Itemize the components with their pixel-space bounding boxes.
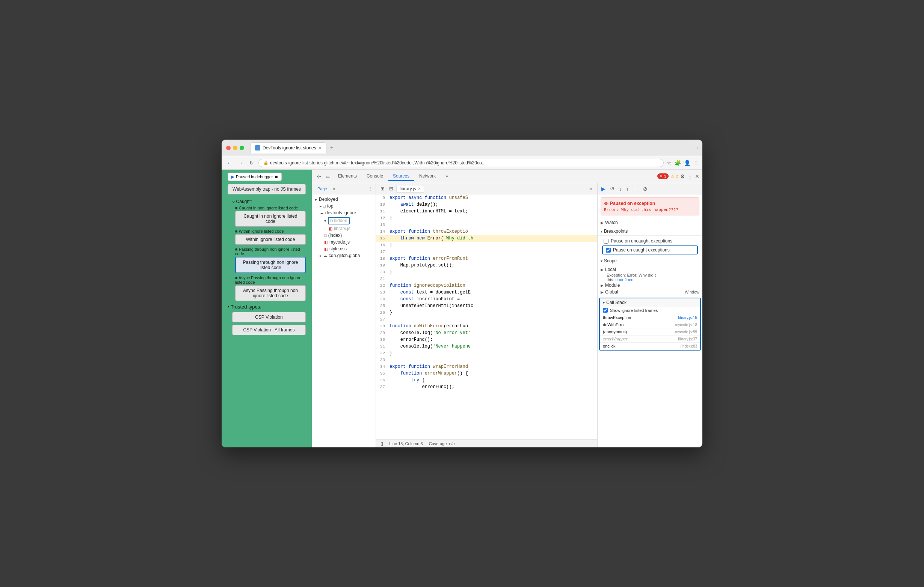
library-js-tab[interactable]: library.js ✕ (396, 185, 424, 192)
bookmark-icon[interactable]: ☆ (667, 160, 672, 166)
paused-badge: ▶ Paused in debugger ⏺ (228, 173, 282, 181)
tree-item-top[interactable]: ▸ □ top (317, 203, 376, 209)
call-stack-item-0[interactable]: throwException library.js:15 (600, 314, 700, 321)
sidebar-toggle-icon[interactable]: ⊞ (379, 185, 386, 192)
tab-elements[interactable]: Elements (333, 172, 361, 181)
sources-tree: ▸ Deployed ▸ □ top ☁ devtools-ignore ▾ (312, 194, 376, 447)
scope-section-header[interactable]: ▾ Scope (597, 257, 702, 265)
breakpoints-section-header[interactable]: ▾ Breakpoints (597, 227, 702, 236)
tree-item-cdn[interactable]: ▸ ☁ cdn.glitch.globa (317, 252, 376, 259)
forward-button[interactable]: → (237, 159, 245, 167)
maximize-button[interactable] (240, 146, 244, 150)
tab-console[interactable]: Console (362, 172, 388, 181)
tree-item-index[interactable]: □ (index) (321, 232, 376, 239)
sources-tabs: Page » ⋮ (312, 183, 376, 194)
sources-more-tab[interactable]: » (331, 186, 338, 192)
device-icon[interactable]: ▭ (324, 172, 332, 181)
title-bar: DevTools ignore list stories ✕ + › (222, 140, 702, 156)
uncaught-exceptions-checkbox[interactable] (604, 239, 609, 243)
inspect-icon[interactable]: ⊹ (315, 172, 323, 181)
tree-item-hidden[interactable]: ▾ □ hidden (321, 216, 376, 225)
uncaught-exceptions-row[interactable]: Pause on uncaught exceptions (601, 237, 700, 245)
watch-section-header[interactable]: ▶ Watch (597, 219, 702, 227)
error-badge: ✕ 1 (657, 173, 668, 179)
call-stack-item-1[interactable]: doWithError mycode.js:18 (600, 321, 700, 329)
browser-toolbar: ☆ 🧩 👤 ⋮ (667, 160, 699, 166)
new-tab-button[interactable]: + (328, 144, 336, 152)
tree-item-library-js[interactable]: ◧ library.js (326, 225, 376, 232)
warning-badge: ⚠ 2 (671, 174, 678, 179)
extensions-icon[interactable]: 🧩 (675, 160, 681, 166)
chevron-down-icon: ▾ (603, 301, 605, 305)
item-box-4[interactable]: Async Passing through non ignore listed … (235, 285, 306, 301)
show-ignore-listed-row[interactable]: Show ignore-listed frames (600, 307, 700, 314)
caught-section: ○ Caught: ■ Caught in non ignore listed … (232, 199, 306, 301)
item-box-3[interactable]: Passing through non ignore listed code (235, 257, 306, 273)
code-line: 13 (376, 222, 597, 228)
local-scope-header[interactable]: ▶ Local (601, 266, 700, 273)
csp-violation-box[interactable]: CSP Violation (232, 312, 306, 322)
code-line: 24 const insertionPoint = (376, 296, 597, 303)
devtools-tabs: Elements Console Sources Network » (333, 172, 453, 181)
deactivate-button[interactable]: ⊘ (642, 185, 649, 192)
item-box-1[interactable]: Caught in non ignore listed code (235, 211, 306, 227)
call-stack-item-3[interactable]: errorWrapper library.js:37 (600, 335, 700, 343)
back-button[interactable]: ← (225, 159, 234, 167)
item-group-4: ■ Async Passing through non ignore liste… (235, 276, 306, 301)
code-area[interactable]: 9 export async function unsafeS 10 await… (376, 194, 597, 439)
step-button[interactable]: → (632, 185, 640, 192)
url-bar[interactable]: 🔒 devtools-ignore-list-stories.glitch.me… (258, 159, 664, 167)
code-line: 27 (376, 316, 597, 323)
step-out-button[interactable]: ↑ (625, 185, 630, 192)
devtools-more-icon[interactable]: ⋮ (687, 173, 693, 179)
module-scope-header[interactable]: ▶ Module (601, 282, 700, 289)
close-button[interactable] (226, 146, 231, 150)
browser-tab[interactable]: DevTools ignore list stories ✕ (250, 142, 327, 153)
call-stack-item-4[interactable]: onclick (index):83 (600, 343, 700, 350)
menu-icon[interactable]: ⋮ (693, 160, 699, 166)
call-stack-item-2[interactable]: (anonymous) mycode.js:89 (600, 329, 700, 335)
item-box-2[interactable]: Within ignore listed code (235, 234, 306, 245)
resume-button[interactable]: ▶ (600, 185, 607, 192)
tab-sources[interactable]: Sources (388, 172, 414, 181)
tab-more[interactable]: » (441, 172, 453, 181)
csp-violation-all-box[interactable]: CSP Violation - All frames (232, 325, 306, 335)
step-into-button[interactable]: ↓ (617, 185, 623, 192)
step-over-button[interactable]: ↺ (609, 185, 616, 192)
tree-item-deployed[interactable]: ▸ Deployed (312, 196, 376, 203)
file-icon: ◧ (324, 247, 328, 252)
tab-network[interactable]: Network (415, 172, 440, 181)
tree-item-style-css[interactable]: ◧ style.css (321, 245, 376, 252)
page-list: ○ Caught: ■ Caught in non ignore listed … (228, 199, 306, 335)
code-line: 28 function doWithError(errorFun (376, 323, 597, 329)
tab-close-icon[interactable]: ✕ (318, 146, 322, 150)
sources-sidebar: Page » ⋮ ▸ Deployed ▸ □ top (312, 183, 376, 447)
file-icon: ◧ (329, 226, 332, 231)
settings-icon[interactable]: ⚙ (680, 173, 685, 179)
tab-title: DevTools ignore list stories (262, 145, 316, 151)
code-line: 20 } (376, 269, 597, 276)
reload-button[interactable]: ↻ (248, 159, 256, 167)
editor-tab-close-icon[interactable]: ✕ (417, 187, 421, 191)
tree-item-mycode[interactable]: ◧ mycode.js (321, 239, 376, 245)
devtools-close-icon[interactable]: ✕ (695, 173, 700, 179)
caught-exceptions-checkbox[interactable] (606, 248, 611, 253)
code-line: 31 console.log('Never happene (376, 343, 597, 350)
editor-tabs: ⊞ ⊟ library.js ✕ » (376, 183, 597, 194)
nav-left-icon[interactable]: » (587, 186, 594, 192)
split-editor-icon[interactable]: ⊟ (388, 185, 395, 192)
devtools-right-icons: ✕ 1 ⚠ 2 ⚙ ⋮ ✕ (657, 173, 700, 179)
call-stack-header[interactable]: ▾ Call Stack (600, 298, 700, 307)
code-editor: ⊞ ⊟ library.js ✕ » 9 export async functi… (376, 183, 597, 447)
minimize-button[interactable] (233, 146, 238, 150)
main-area: ▶ Paused in debugger ⏺ WebAssembly trap … (222, 169, 702, 447)
tree-item-devtools-ignore[interactable]: ☁ devtools-ignore (317, 209, 376, 216)
caught-exceptions-row[interactable]: Pause on caught exceptions (602, 245, 698, 255)
profile-icon[interactable]: 👤 (684, 160, 690, 166)
page-tab[interactable]: Page (315, 186, 329, 192)
sources-menu-icon[interactable]: ⋮ (368, 186, 373, 191)
show-ignore-listed-checkbox[interactable] (603, 308, 608, 312)
warning-icon: ⚠ (671, 174, 675, 179)
hidden-folder-highlighted: □ hidden (328, 217, 350, 224)
global-scope-header[interactable]: ▶ Global Window (601, 289, 700, 295)
